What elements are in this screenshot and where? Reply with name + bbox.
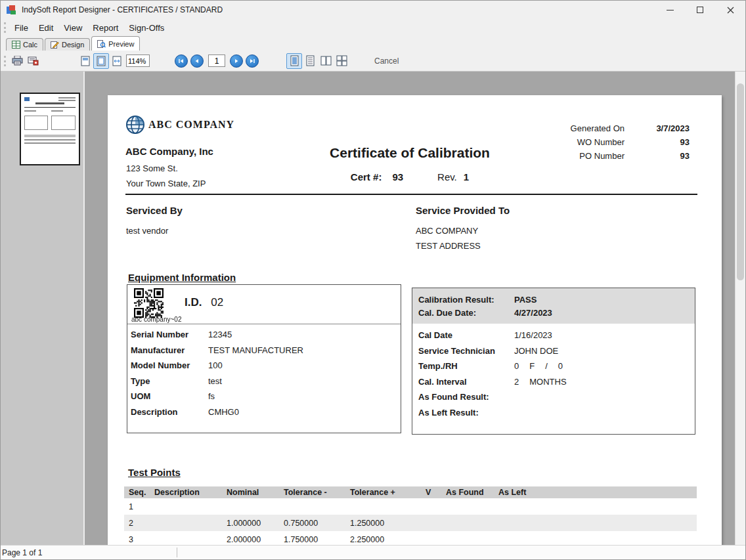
certificate-title: Certificate of Calibration xyxy=(203,145,617,161)
tab-label: Design xyxy=(62,41,84,49)
calibration-row: Temp./RH0F/0 xyxy=(412,358,695,374)
close-button[interactable] xyxy=(715,1,745,19)
window-controls xyxy=(655,1,745,19)
thumbnail-content xyxy=(24,97,30,101)
company-address-line1: 123 Some St. xyxy=(126,163,178,173)
calibration-header: Calibration Result: PASS Cal. Due Date: … xyxy=(412,288,695,324)
preview-icon xyxy=(97,40,106,48)
tab-calc[interactable]: Calc xyxy=(6,38,43,51)
page-actual-size-icon xyxy=(81,56,90,66)
calibration-row-value: MONTHS xyxy=(529,377,566,387)
test-points-column-header: Seq. xyxy=(124,488,150,497)
calibration-row: Cal Date1/16/2023 xyxy=(412,328,695,343)
test-points-column-header: V xyxy=(421,488,441,497)
test-points-row: 32.0000001.7500002.250000 xyxy=(124,531,697,545)
fit-page-width-icon xyxy=(112,56,121,66)
equipment-row-value: 100 xyxy=(208,360,223,370)
equipment-row: Model Number100 xyxy=(127,358,401,374)
serviced-by-label: Serviced By xyxy=(126,205,183,216)
calibration-row-value: 0 xyxy=(514,361,519,371)
equipment-row-value: fs xyxy=(208,391,215,401)
header-divider xyxy=(125,194,697,195)
facing-pages-view-button[interactable] xyxy=(318,53,334,69)
cert-number-label: Cert #: xyxy=(351,171,382,183)
test-points-cell: 3 xyxy=(124,535,150,544)
test-points-heading: Test Points xyxy=(128,467,181,478)
minimize-button[interactable] xyxy=(655,1,685,19)
page-number-input[interactable] xyxy=(208,54,225,67)
generated-on-value: 3/7/2023 xyxy=(625,123,690,133)
close-icon xyxy=(727,7,734,14)
zoom-actual-button[interactable] xyxy=(77,53,93,69)
first-page-button[interactable] xyxy=(175,54,188,68)
print-setup-button[interactable] xyxy=(25,53,41,69)
single-page-view-icon xyxy=(290,55,299,66)
calibration-row: As Found Result: xyxy=(412,389,695,405)
equipment-row: Typetest xyxy=(127,374,401,389)
table-icon xyxy=(12,41,20,49)
multiple-pages-view-button[interactable] xyxy=(334,53,349,69)
service-provided-line2: TEST ADDRESS xyxy=(416,241,481,251)
menu-item-signoffs[interactable]: Sign-Offs xyxy=(123,20,169,35)
cert-number-line: Cert #: 93 Rev. 1 xyxy=(203,171,617,183)
test-points-header-row: Seq.DescriptionNominalTolerance -Toleran… xyxy=(124,486,697,498)
cancel-button[interactable]: Cancel xyxy=(374,56,399,66)
equipment-row-value: CMHG0 xyxy=(208,407,239,417)
single-page-view-button[interactable] xyxy=(286,53,302,69)
vertical-scrollbar[interactable] xyxy=(735,72,745,545)
tab-design[interactable]: Design xyxy=(45,38,90,51)
previous-page-button[interactable] xyxy=(190,54,204,68)
fit-width-button[interactable] xyxy=(109,53,125,69)
menu-item-file[interactable]: File xyxy=(9,20,33,35)
calibration-row-value: JOHN DOE xyxy=(514,346,558,356)
zoom-input[interactable] xyxy=(126,54,150,67)
scrollbar-thumb[interactable] xyxy=(737,83,744,280)
first-page-icon xyxy=(178,58,185,64)
page-thumbnail[interactable] xyxy=(20,93,80,165)
preview-toolbar: Cancel xyxy=(1,51,745,71)
wo-number-value: 93 xyxy=(625,137,690,147)
multiple-pages-view-icon xyxy=(336,55,347,66)
equipment-box: I.D. 02 abc company~02 Serial Number1234… xyxy=(127,284,401,433)
menu-item-edit[interactable]: Edit xyxy=(33,20,58,35)
fit-page-button[interactable] xyxy=(93,53,109,69)
calibration-row-value: 1/16/2023 xyxy=(514,330,552,340)
cert-number-value: 93 xyxy=(392,171,403,183)
continuous-view-button[interactable] xyxy=(302,53,318,69)
qr-caption: abc company~02 xyxy=(131,316,181,323)
test-points-body: 121.0000000.7500001.25000032.0000001.750… xyxy=(124,498,697,545)
tab-preview[interactable]: Preview xyxy=(91,36,140,51)
po-number-value: 93 xyxy=(625,151,690,161)
equipment-row: DescriptionCMHG0 xyxy=(127,404,401,420)
calibration-row-label: Cal Date xyxy=(418,330,514,340)
test-points-table: Seq.DescriptionNominalTolerance -Toleran… xyxy=(124,486,697,545)
calibration-row-label: Temp./RH xyxy=(418,361,514,371)
test-points-cell: 1.750000 xyxy=(279,535,345,544)
print-button[interactable] xyxy=(9,53,25,69)
calibration-row-label: Service Technician xyxy=(418,346,514,356)
menu-bar: FileEditViewReportSign-Offs xyxy=(1,19,745,36)
test-points-row: 21.0000000.7500001.250000 xyxy=(124,515,697,531)
preview-area: ABC COMPANY Generated On 3/7/2023 WO Num… xyxy=(85,72,745,545)
printer-settings-icon xyxy=(28,56,39,66)
maximize-button[interactable] xyxy=(685,1,715,19)
document-page: ABC COMPANY Generated On 3/7/2023 WO Num… xyxy=(108,95,722,545)
minimize-icon xyxy=(667,10,674,11)
menu-item-report[interactable]: Report xyxy=(87,20,123,35)
rev-label: Rev. xyxy=(437,171,457,183)
equipment-id-section: I.D. 02 abc company~02 xyxy=(127,285,401,324)
menu-grip xyxy=(4,22,8,33)
last-page-button[interactable] xyxy=(246,54,259,68)
generated-on-row: Generated On 3/7/2023 xyxy=(538,121,690,135)
cal-due-date-value: 4/27/2023 xyxy=(514,308,552,318)
test-points-cell: 1.250000 xyxy=(345,519,421,528)
test-points-column-header: Tolerance + xyxy=(345,488,421,497)
equipment-row-label: Serial Number xyxy=(131,330,208,339)
menu-item-view[interactable]: View xyxy=(58,20,87,35)
tab-label: Calc xyxy=(23,41,37,49)
window-title: IndySoft Report Designer - CERTIFICATES … xyxy=(22,5,223,14)
calibration-row-label: As Found Result: xyxy=(418,392,514,402)
equipment-id-line: I.D. 02 xyxy=(185,296,223,309)
next-page-button[interactable] xyxy=(230,54,243,68)
test-points-column-header: As Left xyxy=(494,488,697,497)
